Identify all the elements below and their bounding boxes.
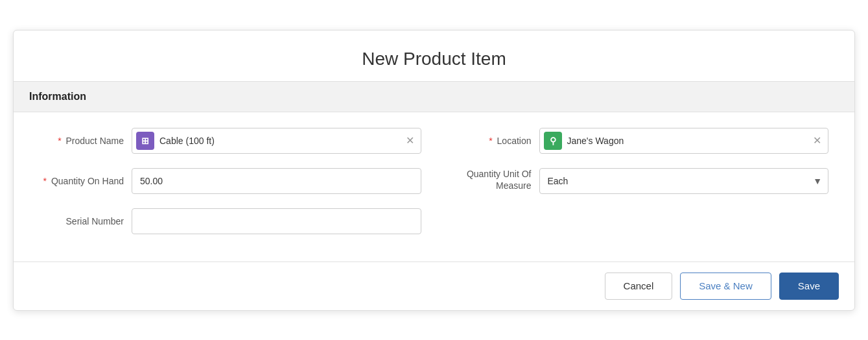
serial-number-input[interactable] <box>132 208 421 234</box>
quantity-on-hand-input-wrapper <box>132 168 421 194</box>
product-name-label: * Product Name <box>40 136 124 146</box>
product-name-input-container[interactable]: ⊞ ✕ <box>132 128 421 154</box>
quantity-uom-select[interactable]: Each Box Case Dozen Pair <box>539 168 829 194</box>
section-information: Information <box>14 81 854 112</box>
modal-header: New Product Item <box>14 30 854 81</box>
location-input-wrapper: ⚲ ✕ <box>539 128 829 154</box>
cancel-button[interactable]: Cancel <box>605 273 673 300</box>
quantity-on-hand-required: * <box>43 176 47 186</box>
location-icon-box: ⚲ <box>544 132 562 150</box>
location-label: * Location <box>447 136 532 146</box>
location-input-container[interactable]: ⚲ ✕ <box>539 128 829 154</box>
form-row-3: Serial Number <box>40 208 828 234</box>
quantity-uom-group: Quantity Unit Of Measure Each Box Case D… <box>447 168 829 194</box>
grid-icon: ⊞ <box>141 136 149 146</box>
modal-footer: Cancel Save & New Save <box>14 261 854 310</box>
product-name-input[interactable] <box>159 136 405 146</box>
serial-number-input-wrapper <box>132 208 421 234</box>
location-group: * Location ⚲ ✕ <box>447 128 829 154</box>
serial-number-group: Serial Number <box>40 208 421 234</box>
quantity-uom-label: Quantity Unit Of Measure <box>447 168 532 191</box>
quantity-on-hand-group: * Quantity On Hand <box>40 168 421 194</box>
location-clear-button[interactable]: ✕ <box>812 136 823 146</box>
serial-number-label: Serial Number <box>40 216 124 226</box>
section-information-label: Information <box>29 91 86 102</box>
form-row-2: * Quantity On Hand Quantity Unit Of Meas… <box>40 168 828 194</box>
product-name-group: * Product Name ⊞ ✕ <box>40 128 421 154</box>
quantity-uom-select-wrapper: Each Box Case Dozen Pair ▼ <box>539 168 829 194</box>
product-name-input-wrapper: ⊞ ✕ <box>132 128 421 154</box>
product-icon-box: ⊞ <box>136 132 154 150</box>
store-icon: ⚲ <box>550 136 556 146</box>
product-name-required: * <box>58 136 61 146</box>
product-name-clear-button[interactable]: ✕ <box>405 136 416 146</box>
quantity-on-hand-label: * Quantity On Hand <box>40 176 124 186</box>
form-body: * Product Name ⊞ ✕ * Loca <box>14 112 854 261</box>
location-input[interactable] <box>567 136 812 146</box>
new-product-item-modal: New Product Item Information * Product N… <box>13 30 855 311</box>
form-row-1: * Product Name ⊞ ✕ * Loca <box>40 128 828 154</box>
page-title: New Product Item <box>27 49 841 69</box>
quantity-on-hand-input[interactable] <box>132 168 421 194</box>
save-button[interactable]: Save <box>779 273 839 300</box>
location-required: * <box>489 136 492 146</box>
save-and-new-button[interactable]: Save & New <box>680 273 771 300</box>
